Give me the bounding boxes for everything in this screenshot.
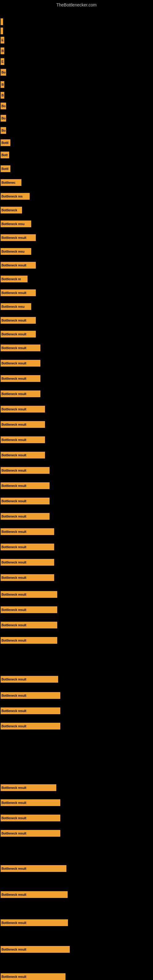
bar-row-7: B [1,81,4,88]
bar-41: Bottleneck result [1,559,54,566]
bar-row-46: Bottleneck result [1,637,57,644]
bar-row-17: Bottleneck [1,207,22,213]
bar-label-16: Bottleneck res [2,195,22,198]
bar-row-37: Bottleneck result [1,498,49,504]
bar-13: Bott [1,151,9,158]
bar-8: B [1,92,4,99]
bar-row-15: Bottlenec [1,179,21,186]
bar-label-32: Bottleneck result [2,423,26,426]
bar-label-30: Bottleneck result [2,392,26,396]
bar-row-4: B [1,48,4,54]
bar-label-17: Bottleneck [2,208,17,212]
bar-50: Bottleneck result [1,723,60,730]
bar-label-12: Bottl [2,141,9,145]
bar-label-51: Bottleneck result [2,786,26,789]
bar-label-8: B [2,94,4,97]
bar-row-24: Bottleneck resu [1,303,31,310]
bar-12: Bottl [1,139,10,146]
bar-24: Bottleneck resu [1,303,31,310]
bar-10: Bo [1,115,6,122]
bar-label-52: Bottleneck result [2,801,26,805]
bar-1 [1,18,3,25]
bar-label-21: Bottleneck result [2,264,26,267]
bar-row-52: Bottleneck result [1,799,60,806]
bar-row-25: Bottleneck result [1,317,36,324]
bar-row-28: Bottleneck result [1,360,40,367]
bar-label-23: Bottleneck result [2,291,26,294]
bar-label-39: Bottleneck result [2,530,26,533]
bar-label-50: Bottleneck result [2,725,26,728]
bar-23: Bottleneck result [1,290,36,296]
bar-row-34: Bottleneck result [1,452,45,458]
bar-label-5: E [2,60,4,64]
bar-25: Bottleneck result [1,317,36,324]
bar-label-4: B [2,49,4,52]
bar-row-23: Bottleneck result [1,290,36,296]
bar-label-42: Bottleneck result [2,576,26,579]
bar-row-39: Bottleneck result [1,528,54,535]
bar-36: Bottleneck result [1,482,49,489]
bar-2 [1,27,3,34]
bar-58: Bottleneck result [1,946,70,953]
bar-row-9: Bo [1,103,6,109]
bar-19: Bottleneck result [1,234,36,241]
bar-label-24: Bottleneck resu [2,305,24,309]
bar-row-58: Bottleneck result [1,946,70,953]
bar-row-45: Bottleneck result [1,622,57,628]
bar-label-47: Bottleneck result [2,678,26,681]
bar-57: Bottleneck result [1,920,68,926]
bar-43: Bottleneck result [1,591,57,598]
bar-27: Bottleneck result [1,345,40,351]
bar-34: Bottleneck result [1,452,45,458]
bar-label-49: Bottleneck result [2,709,26,713]
bar-44: Bottleneck result [1,606,57,613]
bar-32: Bottleneck result [1,421,45,428]
bar-label-27: Bottleneck result [2,346,26,350]
bar-label-18: Bottleneck resu [2,222,24,226]
bar-label-56: Bottleneck result [2,893,26,896]
bar-label-40: Bottleneck result [2,546,26,549]
bar-49: Bottleneck result [1,708,60,714]
bar-row-47: Bottleneck result [1,676,58,682]
bar-row-8: B [1,92,4,99]
bar-row-33: Bottleneck result [1,436,45,443]
bar-label-3: E [2,38,4,42]
bar-row-12: Bottl [1,139,10,146]
bar-label-19: Bottleneck result [2,236,26,240]
bar-row-40: Bottleneck result [1,544,54,550]
bar-label-59: Bottleneck result [2,975,26,978]
bar-46: Bottleneck result [1,637,57,644]
bar-label-31: Bottleneck result [2,407,26,411]
bar-26: Bottleneck result [1,331,36,337]
bar-7: B [1,81,4,88]
bar-row-50: Bottleneck result [1,723,60,730]
bar-row-35: Bottleneck result [1,467,49,474]
bar-label-13: Bott [2,153,8,157]
bar-51: Bottleneck result [1,784,56,791]
bar-label-58: Bottleneck result [2,948,26,951]
bar-row-38: Bottleneck result [1,513,49,520]
bar-54: Bottleneck result [1,830,60,837]
bar-label-22: Bottleneck re [2,277,21,281]
bar-row-27: Bottleneck result [1,345,40,351]
bar-label-53: Bottleneck result [2,816,26,820]
bar-39: Bottleneck result [1,528,54,535]
bar-label-45: Bottleneck result [2,624,26,627]
bar-row-59: Bottleneck result [1,973,65,980]
bar-15: Bottlenec [1,179,21,186]
bar-label-36: Bottleneck result [2,484,26,488]
bar-16: Bottleneck res [1,193,30,200]
bar-47: Bottleneck result [1,676,58,682]
bar-48: Bottleneck result [1,692,60,699]
bar-label-9: Bo [2,105,5,108]
bar-row-49: Bottleneck result [1,708,60,714]
bar-row-31: Bottleneck result [1,406,45,412]
bar-40: Bottleneck result [1,544,54,550]
bar-row-56: Bottleneck result [1,891,68,898]
bar-row-20: Bottleneck resu [1,248,31,255]
bar-37: Bottleneck result [1,498,49,504]
bar-label-15: Bottlenec [2,181,16,185]
bar-label-55: Bottleneck result [2,867,26,870]
bar-label-37: Bottleneck result [2,500,26,503]
bar-label-25: Bottleneck result [2,319,26,322]
